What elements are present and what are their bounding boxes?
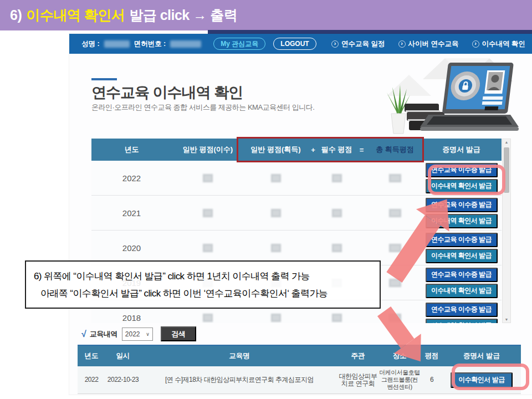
- redacted-score: [271, 314, 281, 322]
- slide-title-band: 6) 이수내역 확인서 발급 click → 출력: [0, 0, 532, 30]
- logout-button[interactable]: LOGOUT: [273, 38, 316, 50]
- col-course: 교육명: [141, 346, 338, 366]
- col-year: 년도: [91, 139, 172, 161]
- redacted-score: [389, 209, 401, 217]
- col-general-completed: 일반 평점(이수): [172, 139, 244, 161]
- chevron-down-icon: ∨: [146, 331, 150, 337]
- redacted-name: [104, 40, 130, 48]
- redacted-score: [389, 174, 401, 182]
- year-cell: 2021: [91, 196, 172, 230]
- annotation-box: 6) 위쪽에 “이수내역 확인서 발급” click 하면 1년치 이수내역 출…: [25, 260, 381, 309]
- redacted-score: [271, 209, 281, 217]
- redacted-score: [203, 174, 213, 182]
- issue-history-button[interactable]: 이수내역 확인서 발급: [426, 319, 498, 324]
- scroll-down-icon[interactable]: ▼: [505, 318, 509, 321]
- year-cell: 2022: [91, 161, 172, 195]
- slide-title-highlight: 이수내역 확인서: [26, 6, 125, 24]
- circle-arrow-icon: ›: [398, 40, 406, 48]
- issue-certificate-button[interactable]: 연수교육 이수증 발급: [426, 268, 498, 282]
- col-organizer: 주관: [338, 346, 378, 366]
- redacted-score: [332, 174, 342, 182]
- year-cell: 2022: [78, 366, 105, 393]
- history-button-highlight: [428, 165, 505, 195]
- redacted-score: [203, 209, 213, 217]
- detail-table-header: 년도 일시 교육명 주관 장소 평점 증명서 발급: [78, 346, 521, 366]
- date-cell: 2022-10-23: [105, 366, 141, 393]
- filter-label: 교육내역: [90, 329, 117, 339]
- redacted-score: [332, 209, 342, 217]
- search-button[interactable]: 검색: [161, 326, 196, 341]
- issue-certificate-button[interactable]: 연수교육 이수증 발급: [426, 303, 498, 317]
- year-select-value: 2022: [125, 330, 140, 338]
- check-icon: √: [81, 329, 86, 339]
- organizer-cell: 대한임상피부치료 연구회: [338, 366, 378, 393]
- nav-link-label: 사이버 연수교육: [408, 39, 459, 49]
- kma-site-screenshot: 성명 : 면허번호 : My 관심교육 LOGOUT › 연수교육 일정 › 사…: [69, 34, 532, 395]
- page-title: 연수교육 이수내역 확인: [91, 83, 243, 103]
- annotation-line-1: 6) 위쪽에 “이수내역 확인서 발급” click 하면 1년치 이수내역 출…: [34, 268, 372, 285]
- header-highlight-box: [237, 137, 424, 162]
- nav-link-cyber[interactable]: › 사이버 연수교육: [398, 39, 459, 49]
- course-cell: [연 수]제18차 대한임상피부치료연구회 추계심포지엄: [141, 366, 338, 393]
- page-subtitle: 온라인·오프라인 연수교육 종합 서비스를 제공하는 KMA교육센터 입니다.: [91, 103, 314, 112]
- redacted-score: [332, 244, 342, 252]
- detail-button-highlight: [452, 364, 529, 390]
- name-label: 성명 :: [81, 39, 100, 49]
- slide-title-suffix: 발급 click → 출력: [129, 6, 237, 24]
- redacted-score: [271, 244, 281, 252]
- nav-link-label: 이수내역 확인: [482, 39, 525, 49]
- issue-history-button[interactable]: 이수내역 확인서 발급: [426, 284, 498, 298]
- education-filter: √ 교육내역 2022 ∨ 검색: [81, 326, 196, 341]
- site-top-edge: [208, 30, 532, 34]
- col-year: 년도: [78, 346, 105, 366]
- slide-title-prefix: 6): [10, 7, 22, 23]
- redacted-score: [332, 314, 342, 322]
- points-cell: 6: [421, 366, 442, 393]
- nav-link-schedule[interactable]: › 연수교육 일정: [331, 39, 385, 49]
- title-accent-bar: [91, 78, 117, 80]
- circle-arrow-icon: ›: [331, 40, 339, 48]
- venue-cell: 더케이서울호텔 그랜드볼룸(컨 벤션센터): [378, 366, 421, 393]
- redacted-score: [203, 314, 213, 322]
- top-navbar: 성명 : 면허번호 : My 관심교육 LOGOUT › 연수교육 일정 › 사…: [69, 34, 532, 54]
- table-scrollbar[interactable]: ▲ ▼: [502, 139, 511, 323]
- slide: 6) 이수내역 확인서 발급 click → 출력 성명 : 면허번호 : My…: [0, 0, 532, 399]
- annotation-line-2: 아래쪽 “이수확인서 발급” click 하면 이번 ‘연수교육이수확인서‘ 출…: [34, 285, 372, 302]
- nav-link-history[interactable]: › 이수내역 확인: [472, 39, 525, 49]
- laptop-illustration: [376, 58, 531, 136]
- my-edu-button[interactable]: My 관심교육: [213, 38, 265, 50]
- redacted-license: [170, 40, 201, 48]
- circle-arrow-icon: ›: [472, 40, 479, 48]
- col-date: 일시: [105, 346, 141, 366]
- year-cell: 2020: [91, 231, 172, 265]
- col-certificate: 증명서 발급: [421, 139, 502, 161]
- scroll-up-icon[interactable]: ▲: [505, 140, 509, 144]
- license-label: 면허번호 :: [134, 39, 166, 49]
- year-select[interactable]: 2022 ∨: [122, 328, 153, 341]
- nav-link-label: 연수교육 일정: [341, 39, 385, 49]
- redacted-score: [271, 174, 281, 182]
- redacted-score: [203, 244, 213, 252]
